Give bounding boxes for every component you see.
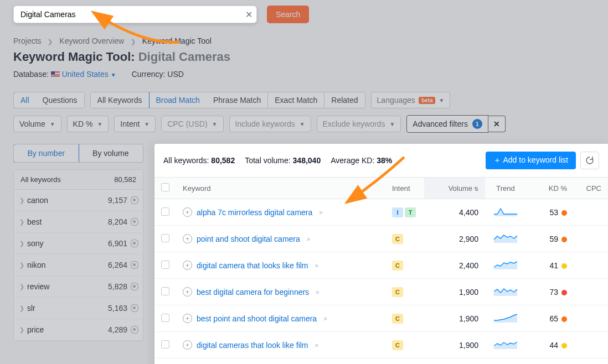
filter-volume[interactable]: Volume▼ [13,116,61,132]
clear-icon[interactable]: ✕ [245,9,253,20]
volume-cell: 2,400 [424,252,485,279]
col-trend[interactable]: Trend [485,178,526,199]
seg-broad-match[interactable]: Broad Match [149,92,207,108]
expand-icon[interactable]: » [319,209,322,216]
group-count: 8,204 [108,217,127,226]
seg-phrase-match[interactable]: Phrase Match [207,92,268,108]
add-keyword-icon[interactable]: + [183,287,192,297]
sidebar-header[interactable]: All keywords 80,582 [14,170,143,190]
keyword-link[interactable]: best digital camera for beginners [197,288,309,297]
questions-segment: All Questions [13,92,85,108]
row-checkbox[interactable] [161,207,169,216]
intent-cell: C [385,305,424,332]
keyword-link[interactable]: best point and shoot digital camera [197,314,317,323]
chevron-right-icon: ❯ [19,262,27,269]
eye-icon[interactable] [131,283,138,290]
filter-cpc[interactable]: CPC (USD)▼ [161,116,223,132]
eye-icon[interactable] [131,261,138,269]
chevron-right-icon: ❯ [131,38,136,45]
sidebar-item[interactable]: ❯nikon6,264 [14,254,143,276]
group-name: sony [27,239,108,248]
group-name: nikon [27,261,108,269]
eye-icon[interactable] [131,240,138,247]
crumb-current: Keyword Magic Tool [142,37,212,45]
intent-badge-c: C [392,234,403,244]
add-keyword-icon[interactable]: + [183,234,192,243]
eye-icon[interactable] [131,218,138,226]
intent-cell: IT [385,199,424,226]
sidebar-item[interactable]: ❯price4,289 [14,319,143,341]
volume-cell: 1,900 [424,305,485,332]
select-all-checkbox[interactable] [161,183,169,191]
keyword-link[interactable]: alpha 7c mirrorless digital camera [197,208,312,217]
seg-exact-match[interactable]: Exact Match [268,92,324,108]
eye-icon[interactable] [131,196,138,204]
crumb-keyword-overview[interactable]: Keyword Overview [59,37,124,45]
filter-kd[interactable]: KD %▼ [67,116,109,132]
eye-icon[interactable] [131,326,138,334]
add-keyword-icon[interactable]: + [183,207,192,217]
table-row: +alpha 7c mirrorless digital camera» IT … [154,199,608,226]
chevron-right-icon: ❯ [48,38,53,45]
sidebar-item[interactable]: ❯sony6,901 [14,233,143,254]
add-to-keyword-list-button[interactable]: ＋ Add to keyword list [486,152,576,169]
sidebar-item[interactable]: ❯review5,828 [14,276,143,298]
kd-cell: 59 [526,226,574,252]
seg-questions[interactable]: Questions [36,92,84,108]
trend-cell [485,332,526,358]
expand-icon[interactable]: » [307,235,310,243]
expand-icon[interactable]: » [315,341,318,349]
row-checkbox[interactable] [161,314,169,322]
eye-icon[interactable] [131,304,138,312]
expand-icon[interactable]: » [323,315,326,323]
clear-advanced-filters[interactable]: ✕ [488,116,506,132]
col-cpc[interactable]: CPC [574,178,608,199]
volume-cell: 1,900 [424,279,485,305]
sidebar-item[interactable]: ❯best8,204 [14,211,143,233]
search-input[interactable] [13,6,257,23]
seg-all[interactable]: All [13,92,37,108]
tab-by-volume[interactable]: By volume [79,144,143,162]
breadcrumb: Projects ❯ Keyword Overview ❯ Keyword Ma… [0,29,608,45]
row-checkbox[interactable] [161,340,169,349]
search-button[interactable]: Search [267,6,309,23]
add-keyword-icon[interactable]: + [183,261,192,270]
group-count: 9,157 [108,196,127,205]
col-intent[interactable]: Intent [385,178,424,199]
filter-exclude[interactable]: Exclude keywords▼ [317,116,401,132]
database-selector[interactable]: Database: United States▼ [13,70,116,79]
seg-related[interactable]: Related [324,92,364,108]
refresh-button[interactable] [580,152,599,169]
sidebar-item[interactable]: ❯slr5,163 [14,298,143,319]
intent-badge-c: C [392,314,403,324]
expand-icon[interactable]: » [315,262,318,269]
col-kd[interactable]: KD % [526,178,574,199]
group-name: review [27,282,108,291]
kd-difficulty-dot [561,316,567,322]
seg-all-keywords[interactable]: All Keywords [91,92,150,108]
keyword-link[interactable]: point and shoot digital camera [197,235,300,243]
row-checkbox[interactable] [161,287,169,295]
advanced-filters[interactable]: Advanced filters 1 [406,115,488,133]
add-keyword-icon[interactable]: + [183,340,192,350]
add-keyword-icon[interactable]: + [183,314,192,323]
volume-cell: 1,600 [424,358,485,365]
expand-icon[interactable]: » [316,288,318,296]
col-keyword[interactable]: Keyword [176,178,385,199]
filter-include[interactable]: Include keywords▼ [229,116,311,132]
tab-by-number[interactable]: By number [13,144,79,163]
keyword-link[interactable]: digital cameras that look like film [197,341,308,350]
col-volume[interactable]: Volume⇅ [424,178,485,199]
row-checkbox[interactable] [161,261,169,269]
kd-difficulty-dot [561,290,567,295]
row-checkbox[interactable] [161,234,169,242]
crumb-projects[interactable]: Projects [13,37,42,45]
chevron-down-icon: ▼ [439,97,444,103]
filter-intent[interactable]: Intent▼ [114,116,156,132]
chevron-right-icon: ❯ [19,283,27,290]
keyword-link[interactable]: digital camera that looks like film [197,261,308,270]
sidebar-item[interactable]: ❯canon9,157 [14,190,143,211]
languages-chip[interactable]: Languages beta ▼ [371,92,451,108]
sidebar-sort-tabs: By number By volume [13,144,143,163]
volume-cell: 1,900 [424,332,485,358]
